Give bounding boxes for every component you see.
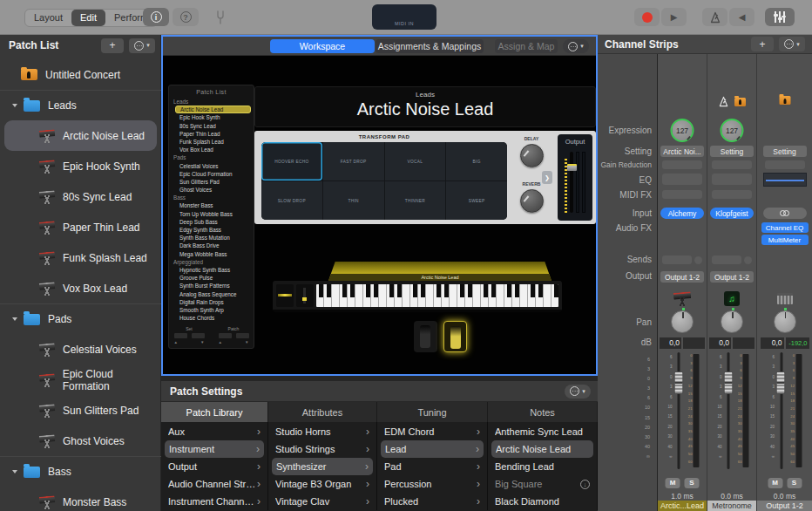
- library-item[interactable]: Vintage Clav›↓: [268, 493, 376, 510]
- onscreen-patch-entry[interactable]: Smooth Synth Arp: [169, 306, 254, 314]
- library-item[interactable]: Pad›↓: [377, 458, 487, 475]
- library-item[interactable]: Bending Lead›↓: [488, 458, 597, 475]
- master-mute-button[interactable]: ◀: [729, 8, 754, 26]
- output-routing-button[interactable]: Output 1-2: [660, 271, 704, 283]
- tab-attributes[interactable]: Attributes: [268, 402, 377, 422]
- library-item[interactable]: Black Diamond›↓: [488, 493, 597, 510]
- onscreen-patch-entry[interactable]: Digital Rain Drops: [169, 298, 254, 306]
- setting-button[interactable]: Arctic Noi...: [660, 146, 704, 157]
- patch-settings-action-menu-button[interactable]: ▾: [565, 385, 591, 399]
- patch-button-a[interactable]: [219, 333, 232, 338]
- disclosure-triangle-icon[interactable]: [12, 317, 17, 321]
- patch-list-row[interactable]: Epic Hook Synth: [0, 151, 161, 181]
- patch-list-row[interactable]: Epic Cloud Formation: [0, 365, 161, 395]
- onscreen-patch-entry[interactable]: Deep Sub Bass: [169, 218, 254, 226]
- patch-list-row[interactable]: Sun Glitters Pad: [0, 395, 161, 426]
- mod-wheel[interactable]: [296, 284, 314, 307]
- onscreen-patch-entry[interactable]: Synth Bass Mutation: [169, 234, 254, 242]
- layout-mode-button[interactable]: Layout: [25, 10, 71, 26]
- tab-assignments-mappings[interactable]: Assignments & Mappings: [376, 39, 484, 53]
- onscreen-patch-entry[interactable]: Vox Box Lead: [169, 146, 254, 153]
- channel-strips-toggle-button[interactable]: [765, 8, 795, 26]
- mute-button[interactable]: M: [768, 478, 782, 488]
- strip-name[interactable]: Metronome: [707, 501, 756, 511]
- tab-tuning[interactable]: Tuning: [377, 402, 488, 422]
- patch-list-row[interactable]: Bass: [0, 456, 161, 487]
- patch-list-row[interactable]: Ghost Voices: [0, 426, 161, 456]
- db-value[interactable]: 0,0: [709, 337, 731, 349]
- pan-knob[interactable]: [774, 310, 796, 333]
- library-item[interactable]: Vintage B3 Organ›↓: [268, 475, 376, 493]
- patch-button-b[interactable]: [236, 333, 249, 338]
- play-button[interactable]: ▶: [661, 8, 687, 26]
- inspector-info-button[interactable]: i: [143, 8, 169, 26]
- output-routing-button[interactable]: Output 1-2: [710, 271, 754, 283]
- expression-knob[interactable]: 127: [721, 119, 744, 142]
- disclosure-triangle-icon[interactable]: [12, 470, 17, 474]
- send-knob[interactable]: [744, 256, 752, 264]
- onscreen-patch-entry[interactable]: Arpeggiated: [169, 258, 254, 266]
- transform-pad-cell[interactable]: SLOW DROP: [261, 181, 322, 220]
- db-value[interactable]: 0,0: [761, 337, 784, 349]
- set-button-b[interactable]: [192, 333, 205, 338]
- channel-strips-action-menu-button[interactable]: ▾: [779, 37, 805, 51]
- stereo-format-button[interactable]: [763, 208, 807, 219]
- pan-knob[interactable]: [721, 310, 743, 333]
- library-item[interactable]: Studio Horns›↓: [268, 423, 376, 440]
- patch-list-row[interactable]: Pads: [0, 303, 161, 334]
- edit-mode-button[interactable]: Edit: [71, 10, 105, 26]
- transform-pad-cell[interactable]: BIG: [446, 142, 507, 181]
- help-button[interactable]: ?: [173, 8, 199, 26]
- library-item[interactable]: Percussion›↓: [377, 475, 487, 493]
- setting-button[interactable]: Setting: [710, 146, 754, 157]
- set-button-a[interactable]: [174, 333, 187, 338]
- onscreen-patch-entry[interactable]: Dark Bass Drive: [169, 242, 254, 249]
- patch-up-arrow-icon[interactable]: ▲: [219, 340, 222, 344]
- assign-and-map-button[interactable]: Assign & Map: [495, 39, 558, 53]
- expression-knob[interactable]: 127: [671, 119, 694, 142]
- transform-pad-cell[interactable]: VOCAL: [385, 142, 446, 181]
- piano-keys[interactable]: [316, 284, 558, 307]
- patch-list-row[interactable]: Arctic Noise Lead: [4, 120, 157, 151]
- record-button[interactable]: [634, 8, 660, 26]
- library-item[interactable]: Arctic Noise Lead›↓: [491, 440, 593, 458]
- onscreen-patch-entry[interactable]: Monster Bass: [169, 201, 254, 209]
- midi-fx-slot[interactable]: [662, 190, 702, 199]
- onscreen-patch-entry[interactable]: Epic Hook Synth: [169, 113, 254, 121]
- midi-fx-slot[interactable]: [712, 190, 752, 199]
- library-item[interactable]: Instrument Channel…›↓: [161, 493, 267, 510]
- db-value[interactable]: 0,0: [660, 337, 681, 349]
- onscreen-patch-entry[interactable]: Edgy Synth Bass: [169, 226, 254, 234]
- output-fader[interactable]: [570, 152, 573, 213]
- onscreen-patch-entry[interactable]: Torn Up Wobble Bass: [169, 210, 254, 218]
- fader-cap[interactable]: [776, 371, 786, 394]
- library-item[interactable]: Anthemic Sync Lead›↓: [488, 423, 597, 440]
- pedal-1[interactable]: [414, 321, 437, 352]
- gain-reduction-slot[interactable]: [712, 160, 752, 169]
- sends-slot[interactable]: [662, 256, 702, 264]
- add-patch-button[interactable]: +: [101, 38, 124, 53]
- set-up-arrow-icon[interactable]: ▲: [174, 340, 178, 344]
- library-item[interactable]: Lead›↓: [381, 440, 484, 458]
- patch-list-row[interactable]: Celestial Voices: [0, 334, 161, 365]
- gain-reduction-slot[interactable]: [765, 160, 805, 169]
- delay-knob[interactable]: [520, 144, 544, 167]
- eq-thumbnail[interactable]: [763, 173, 807, 187]
- download-icon[interactable]: ↓: [580, 480, 590, 489]
- patch-list-row[interactable]: 80s Sync Lead: [0, 181, 161, 212]
- library-item[interactable]: Aux›↓: [161, 423, 267, 440]
- onscreen-patch-entry[interactable]: Mega Wobble Bass: [169, 250, 254, 258]
- input-plugin-button[interactable]: Klopfgeist: [710, 208, 754, 219]
- output-fader-cap[interactable]: [567, 164, 577, 171]
- patch-list-row[interactable]: Paper Thin Lead: [0, 212, 161, 242]
- onscreen-patch-entry[interactable]: Celestial Voices: [169, 162, 254, 170]
- metronome-button[interactable]: [702, 8, 727, 26]
- transform-pad-cell[interactable]: THIN: [323, 181, 384, 220]
- patch-list-row[interactable]: Vox Box Lead: [0, 273, 161, 303]
- fader-cap[interactable]: [673, 371, 683, 394]
- workspace-action-menu-button[interactable]: ▾: [563, 39, 589, 53]
- onscreen-patch-entry[interactable]: Hypnotic Synth Bass: [169, 266, 254, 274]
- mute-button[interactable]: M: [666, 478, 680, 488]
- patch-down-arrow-icon[interactable]: ▼: [245, 340, 248, 344]
- audio-fx-multimeter-button[interactable]: MultiMeter: [761, 235, 809, 245]
